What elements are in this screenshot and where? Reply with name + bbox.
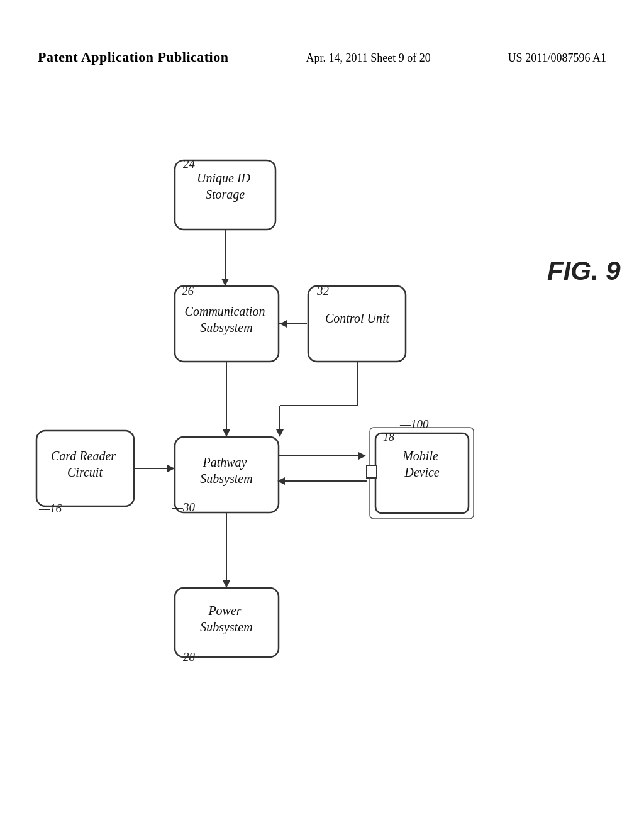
publication-number: US 2011/0087596 A1 [508,52,606,65]
fig-label: FIG. 9 [547,256,621,285]
svg-marker-39 [358,452,366,460]
svg-marker-37 [167,465,175,472]
svg-rect-18 [367,465,377,478]
svg-text:—26: —26 [170,284,194,297]
svg-text:—16: —16 [38,502,62,515]
page-header: Patent Application Publication Apr. 14, … [0,49,644,65]
svg-text:—30: —30 [172,501,195,514]
svg-marker-35 [276,429,284,437]
svg-text:—28: —28 [172,650,195,663]
publication-date-sheet: Apr. 14, 2011 Sheet 9 of 20 [306,52,430,65]
svg-marker-29 [223,580,230,588]
svg-text:—18: —18 [372,431,394,443]
svg-text:—24: —24 [172,157,195,170]
svg-text:—100: —100 [399,418,429,431]
svg-text:—32: —32 [306,284,329,297]
diagram-svg: FIG. 9 Unique ID Storage —24 Communicati… [0,94,644,830]
svg-marker-25 [221,279,229,286]
svg-marker-31 [280,320,287,328]
svg-text:Control Unit: Control Unit [325,311,389,325]
svg-marker-27 [223,429,230,437]
publication-title: Patent Application Publication [38,49,228,65]
